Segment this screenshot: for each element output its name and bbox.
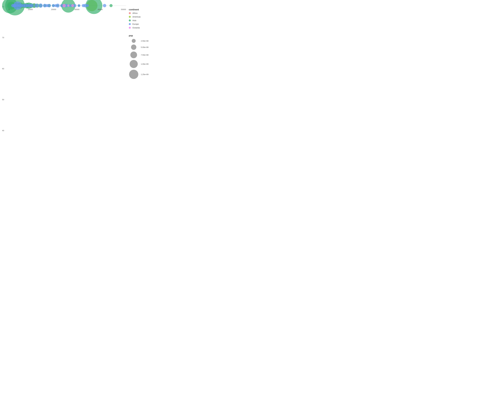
bubble xyxy=(109,4,113,7)
y-label-60: 60 xyxy=(2,68,4,70)
legend-item-label: Europe xyxy=(132,23,139,25)
pop-circle-container xyxy=(129,39,139,43)
continent-legend-title: continent xyxy=(129,8,164,11)
legend-item-label: Africa xyxy=(132,12,138,14)
pop-legend-item: 2.50e+08 xyxy=(129,39,164,43)
pop-circle xyxy=(131,45,136,50)
x-label-20000: 20000 xyxy=(51,8,56,11)
x-label-50000: 50000 xyxy=(121,8,126,11)
x-label-30000: 30000 xyxy=(74,8,79,11)
legend-item-label: Asia xyxy=(132,19,136,22)
legend-dot xyxy=(129,12,131,14)
legend-dot xyxy=(129,27,131,29)
bubble xyxy=(86,4,89,7)
plot-area: 0 10000 20000 30000 40000 50000 xyxy=(8,6,126,6)
y-label-40: 40 xyxy=(2,130,4,132)
legend-item-label: Americas xyxy=(132,16,141,18)
continent-legend: Africa Americas Asia Europe Oceania xyxy=(129,12,164,30)
pop-circle xyxy=(132,39,136,43)
legend-area: continent Africa Americas Asia Europe Oc… xyxy=(126,6,165,132)
pop-label: 2.50e+08 xyxy=(141,40,149,42)
bubble xyxy=(46,4,48,7)
bubble xyxy=(54,4,57,7)
pop-circle-container xyxy=(129,70,139,79)
bubble xyxy=(85,0,102,14)
bubble xyxy=(103,4,106,7)
pop-legend: pop 2.50e+08 5.00e+08 7.50e+08 1.00e+09 … xyxy=(129,35,164,81)
pop-legend-item: 7.50e+08 xyxy=(129,52,164,58)
pop-legend-item: 1.25e+09 xyxy=(129,70,164,79)
x-label-40000: 40000 xyxy=(98,8,103,11)
bubble xyxy=(62,4,66,7)
legend-item-label: Oceania xyxy=(132,27,140,29)
y-label-50: 50 xyxy=(2,99,4,101)
continent-legend-item: Europe xyxy=(129,23,164,25)
continent-legend-item: Oceania xyxy=(129,27,164,29)
pop-circle-container xyxy=(129,52,139,58)
legend-dot xyxy=(129,16,131,18)
bubble xyxy=(38,4,43,8)
continent-legend-item: Africa xyxy=(129,12,164,14)
pop-circle xyxy=(130,60,138,68)
pop-label: 1.25e+09 xyxy=(141,73,149,75)
pop-legend-items: 2.50e+08 5.00e+08 7.50e+08 1.00e+09 1.25… xyxy=(129,39,164,79)
pop-circle-container xyxy=(129,45,139,50)
bubble xyxy=(34,4,38,8)
pop-label: 7.50e+08 xyxy=(141,54,149,56)
bubble xyxy=(28,4,32,7)
x-label-10000: 10000 xyxy=(28,8,33,11)
pop-circle xyxy=(129,70,138,79)
y-axis: 80 70 60 50 40 xyxy=(1,6,5,132)
pop-circle xyxy=(130,52,137,58)
bubble xyxy=(78,4,80,7)
pop-label: 1.00e+09 xyxy=(141,63,149,65)
y-label-70: 70 xyxy=(2,36,4,39)
continent-legend-item: Americas xyxy=(129,16,164,18)
bubble xyxy=(67,5,69,7)
continent-legend-item: Asia xyxy=(129,19,164,22)
bubble xyxy=(24,4,28,8)
pop-circle-container xyxy=(129,60,139,68)
legend-dot xyxy=(129,19,131,21)
bubble xyxy=(71,4,74,7)
pop-legend-item: 5.00e+08 xyxy=(129,45,164,50)
pop-legend-title: pop xyxy=(129,35,164,37)
x-label-0: 0 xyxy=(9,8,10,11)
x-axis: 0 10000 20000 30000 40000 50000 xyxy=(9,8,126,11)
pop-legend-item: 1.00e+09 xyxy=(129,60,164,68)
pop-label: 5.00e+08 xyxy=(141,46,149,48)
legend-dot xyxy=(129,23,131,25)
